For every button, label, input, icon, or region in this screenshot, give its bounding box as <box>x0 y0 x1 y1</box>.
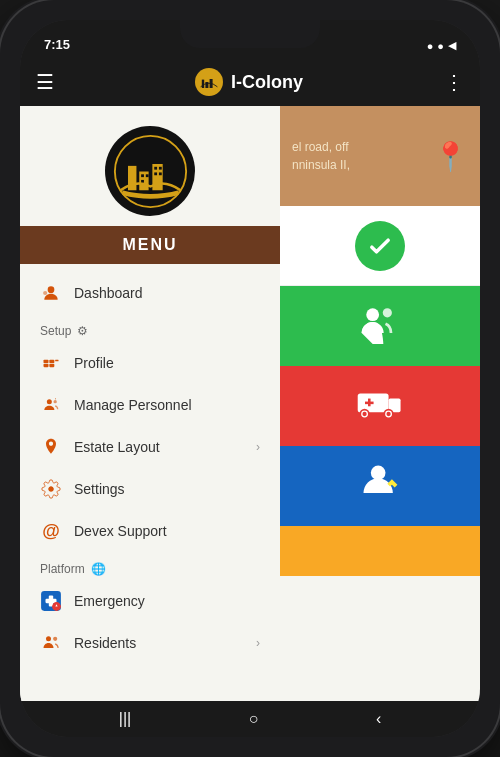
logo-area <box>20 106 280 226</box>
dashboard-icon <box>40 282 62 304</box>
manage-personnel-label: Manage Personnel <box>74 397 260 413</box>
top-bar: ☰ I-Colony ⋮ <box>20 58 480 106</box>
status-icons: ● ● ◀ <box>427 39 456 52</box>
emergency-icon <box>40 590 62 612</box>
svg-rect-11 <box>141 179 144 182</box>
estate-layout-label: Estate Layout <box>74 439 244 455</box>
svg-rect-18 <box>44 360 49 363</box>
address-text: el road, off nninsula II, <box>292 138 425 174</box>
tile-ambulance[interactable] <box>280 366 480 446</box>
home-bar-back[interactable]: ‹ <box>364 706 393 732</box>
svg-rect-41 <box>365 401 374 404</box>
dashboard-label: Dashboard <box>74 285 260 301</box>
location-pin-icon: 📍 <box>433 140 468 173</box>
app-title: I-Colony <box>231 72 303 93</box>
hamburger-icon[interactable]: ☰ <box>36 70 54 94</box>
notch <box>180 20 320 48</box>
tile-security[interactable] <box>280 446 480 526</box>
svg-point-0 <box>197 70 221 94</box>
svg-point-37 <box>362 411 366 415</box>
menu-item-manage-personnel[interactable]: Manage Personnel <box>20 384 280 426</box>
battery-icon: ◀ <box>448 39 456 52</box>
svg-point-32 <box>366 308 379 321</box>
emergency-label: Emergency <box>74 593 260 609</box>
platform-label-text: Platform <box>40 562 85 576</box>
svg-rect-12 <box>154 166 157 169</box>
svg-rect-15 <box>158 172 161 175</box>
menu-item-emergency[interactable]: Emergency <box>20 580 280 622</box>
check-card <box>280 206 480 286</box>
svg-point-17 <box>43 291 47 295</box>
check-circle <box>355 221 405 271</box>
manage-personnel-icon <box>40 394 62 416</box>
visitors-icon <box>358 300 402 353</box>
menu-header: MENU <box>20 226 280 264</box>
menu-item-dashboard[interactable]: Dashboard <box>20 272 280 314</box>
settings-label: Settings <box>74 481 260 497</box>
address-line1: el road, off <box>292 140 348 154</box>
menu-item-settings[interactable]: Settings <box>20 468 280 510</box>
svg-point-24 <box>54 400 57 403</box>
address-card: el road, off nninsula II, 📍 <box>280 106 480 206</box>
security-icon <box>358 460 402 513</box>
svg-rect-13 <box>158 166 161 169</box>
drawer-menu: MENU Dashboard <box>20 106 280 701</box>
tile-services[interactable] <box>280 526 480 576</box>
home-bar-home[interactable]: ○ <box>237 706 271 732</box>
svg-point-25 <box>49 487 54 492</box>
platform-globe-icon: 🌐 <box>91 562 106 576</box>
estate-layout-arrow: › <box>256 440 260 454</box>
ambulance-icon <box>356 380 404 433</box>
top-bar-center: I-Colony <box>195 68 303 96</box>
residents-icon <box>40 632 62 654</box>
estate-layout-icon <box>40 436 62 458</box>
devex-support-label: Devex Support <box>74 523 260 539</box>
svg-rect-10 <box>145 174 148 177</box>
settings-icon <box>40 478 62 500</box>
svg-rect-20 <box>44 364 49 367</box>
status-time: 7:15 <box>44 37 70 52</box>
svg-point-23 <box>47 399 52 404</box>
phone-screen: 7:15 ● ● ◀ ☰ <box>20 20 480 737</box>
profile-label: Profile <box>74 355 260 371</box>
phone-frame: 7:15 ● ● ◀ ☰ <box>0 0 500 757</box>
svg-rect-3 <box>202 80 204 88</box>
app-logo <box>195 68 223 96</box>
setup-section-label: Setup ⚙ <box>20 314 280 342</box>
menu-item-residents[interactable]: Residents › <box>20 622 280 664</box>
residents-label: Residents <box>74 635 244 651</box>
svg-rect-22 <box>55 360 58 362</box>
home-bar-recent[interactable]: ||| <box>107 706 143 732</box>
devex-support-icon: @ <box>40 520 62 542</box>
signal-icon: ● <box>427 40 434 52</box>
fb-icon: ● <box>437 40 444 52</box>
svg-point-39 <box>386 411 390 415</box>
platform-section-label: Platform 🌐 <box>20 552 280 580</box>
more-icon[interactable]: ⋮ <box>444 70 464 94</box>
svg-point-16 <box>48 286 55 293</box>
logo-circle <box>105 126 195 216</box>
menu-item-devex-support[interactable]: @ Devex Support <box>20 510 280 552</box>
setup-label-text: Setup <box>40 324 71 338</box>
menu-list: Dashboard Setup ⚙ <box>20 264 280 701</box>
right-panel: el road, off nninsula II, 📍 <box>280 106 480 701</box>
svg-rect-14 <box>154 172 157 175</box>
svg-point-42 <box>371 465 386 480</box>
svg-rect-9 <box>141 174 144 177</box>
tile-visitors[interactable] <box>280 286 480 366</box>
profile-icon <box>40 352 62 374</box>
residents-arrow: › <box>256 636 260 650</box>
address-line2: nninsula II, <box>292 158 350 172</box>
svg-point-33 <box>383 308 392 317</box>
svg-rect-19 <box>49 360 54 363</box>
svg-point-30 <box>46 636 51 641</box>
home-bar: ||| ○ ‹ <box>20 701 480 737</box>
svg-rect-21 <box>49 364 54 367</box>
menu-item-estate-layout[interactable]: Estate Layout › <box>20 426 280 468</box>
svg-point-31 <box>53 637 57 641</box>
main-content: MENU Dashboard <box>20 106 480 701</box>
menu-item-profile[interactable]: Profile <box>20 342 280 384</box>
setup-gear-icon: ⚙ <box>77 324 88 338</box>
